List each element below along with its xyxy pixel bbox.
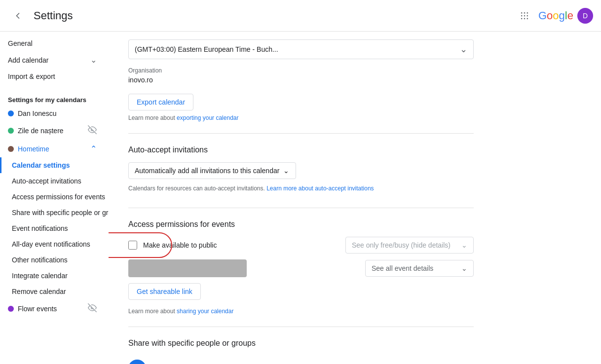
org-label: Organisation — [128, 67, 474, 74]
get-link-section: Get shareable link — [128, 283, 474, 304]
sidebar-item-general[interactable]: General — [0, 36, 105, 51]
sidebar-item-other-notifications[interactable]: Other notifications — [0, 252, 105, 268]
sidebar-item-auto-accept[interactable]: Auto-accept invitations — [0, 173, 105, 189]
hometime-row: Hometime ⌃ — [18, 144, 97, 153]
flowr-row: Flowr events — [18, 303, 97, 314]
svg-point-8 — [527, 18, 528, 19]
sidebar-item-flowr-events[interactable]: Flowr events — [0, 299, 105, 318]
header-left: Settings — [8, 6, 515, 26]
share-section-title: Share with specific people or groups — [128, 339, 474, 348]
timezone-select[interactable]: (GMT+03:00) Eastern European Time - Buch… — [128, 39, 474, 59]
main-content: (GMT+03:00) Eastern European Time - Buch… — [109, 32, 601, 364]
access-permissions-title: Access permissions for events — [128, 220, 474, 229]
flowr-eye-off-icon — [88, 303, 97, 314]
make-public-checkbox[interactable] — [128, 241, 137, 250]
auto-accept-dropdown[interactable]: Automatically add all invitations to thi… — [128, 162, 296, 179]
auto-accept-info: Calendars for resources can auto-accept … — [128, 185, 474, 192]
back-button[interactable] — [8, 6, 28, 26]
person-avatar: D — [128, 360, 146, 364]
eye-off-icon — [88, 125, 97, 136]
svg-point-1 — [524, 12, 526, 13]
all-event-chevron: ⌄ — [461, 264, 467, 272]
svg-point-0 — [521, 12, 523, 13]
dot-green — [8, 128, 14, 134]
expand-icon: ⌄ — [90, 55, 97, 65]
dot-brown — [8, 146, 14, 152]
header-right: Google D — [515, 6, 593, 26]
auto-accept-title: Auto-accept invitations — [128, 146, 474, 154]
header: Settings Google D — [0, 0, 601, 32]
access-permissions-section: Access permissions for events Make avail… — [128, 220, 474, 315]
sidebar-item-import-export[interactable]: Import & export — [0, 69, 105, 84]
checkbox-wrapper — [128, 241, 137, 250]
dot-blue — [8, 110, 14, 116]
svg-point-4 — [524, 15, 526, 16]
checkbox-area: Make available to public — [128, 241, 345, 250]
make-public-row: Make available to public See only free/b… — [128, 237, 474, 254]
sharing-row: See all event details ⌄ — [128, 259, 474, 277]
google-logo: Google — [538, 9, 573, 22]
sidebar-item-dan-ionescu[interactable]: Dan Ionescu — [0, 106, 105, 121]
permission-dropdown[interactable]: See only free/busy (hide details) ⌄ — [345, 237, 474, 254]
avatar[interactable]: D — [577, 8, 593, 24]
settings-section-title: Settings for my calendars — [0, 90, 109, 106]
zile-row: Zile de naștere — [18, 125, 97, 136]
gray-box — [128, 259, 247, 277]
auto-accept-chevron: ⌄ — [283, 167, 289, 175]
share-section: Share with specific people or groups D D… — [128, 339, 474, 364]
export-learn-more-link[interactable]: exporting your calendar — [177, 114, 238, 121]
sidebar-item-calendar-settings[interactable]: Calendar settings — [0, 157, 105, 173]
dot-purple — [8, 306, 14, 312]
page-title: Settings — [34, 9, 73, 22]
sharing-learn-more-link[interactable]: sharing your calendar — [177, 308, 233, 315]
organisation-section: Organisation inovo.ro — [128, 67, 474, 84]
sidebar-item-zile-de-nastere[interactable]: Zile de naștere — [0, 121, 105, 140]
divider-2 — [128, 208, 474, 208]
grid-icon-button[interactable] — [515, 6, 534, 26]
svg-point-7 — [524, 18, 526, 19]
svg-point-3 — [521, 15, 523, 16]
svg-point-2 — [527, 12, 528, 13]
permission-chevron: ⌄ — [461, 241, 467, 249]
divider-3 — [128, 327, 474, 327]
sidebar-item-remove-calendar[interactable]: Remove calendar — [0, 284, 105, 299]
sidebar-item-allday-notifications[interactable]: All-day event notifications — [0, 236, 105, 252]
auto-accept-section: Auto-accept invitations Automatically ad… — [128, 146, 474, 192]
sidebar: General Add calendar ⌄ Import & export S… — [0, 32, 109, 364]
sidebar-item-share-specific[interactable]: Share with specific people or groups — [0, 205, 105, 220]
divider-1 — [128, 133, 474, 134]
org-value: inovo.ro — [128, 76, 474, 84]
sidebar-item-access-permissions[interactable]: Access permissions for events — [0, 189, 105, 205]
auto-accept-learn-more-link[interactable]: Learn more about auto-accept invitations — [266, 185, 374, 192]
main-inner: (GMT+03:00) Eastern European Time - Buch… — [128, 39, 474, 364]
all-event-dropdown[interactable]: See all event details ⌄ — [365, 260, 474, 277]
get-link-button[interactable]: Get shareable link — [128, 283, 201, 300]
sidebar-item-hometime[interactable]: Hometime ⌃ — [0, 140, 105, 157]
timezone-section: (GMT+03:00) Eastern European Time - Buch… — [128, 39, 474, 59]
sidebar-item-integrate-calendar[interactable]: Integrate calendar — [0, 268, 105, 284]
timezone-chevron: ⌄ — [460, 44, 467, 55]
sharing-learn-more: Learn more about sharing your calendar — [128, 308, 474, 315]
google-text: Google — [538, 9, 573, 22]
layout: General Add calendar ⌄ Import & export S… — [0, 32, 601, 364]
sidebar-item-event-notifications[interactable]: Event notifications — [0, 220, 105, 236]
svg-point-5 — [527, 15, 528, 16]
person-row: D Dan Ionescu — [128, 356, 474, 364]
export-button[interactable]: Export calendar — [128, 94, 193, 110]
sidebar-item-add-calendar[interactable]: Add calendar ⌄ — [0, 51, 105, 69]
export-section: Export calendar — [128, 94, 474, 110]
hometime-expand-icon: ⌃ — [90, 144, 97, 153]
export-learn-more: Learn more about exporting your calendar — [128, 114, 474, 121]
svg-point-6 — [521, 18, 523, 19]
make-public-label[interactable]: Make available to public — [143, 241, 217, 249]
